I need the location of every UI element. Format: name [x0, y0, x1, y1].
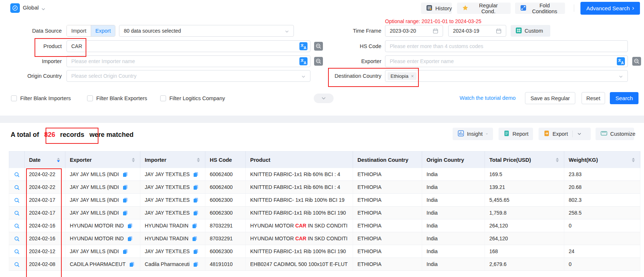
- exclude-search-icon[interactable]: [632, 57, 641, 66]
- weight-cell: 0: [564, 258, 640, 271]
- origin-country-select[interactable]: Please select Origin Country: [66, 70, 310, 82]
- copy-icon[interactable]: [123, 185, 128, 190]
- customize-button[interactable]: Customize: [596, 128, 634, 140]
- translate-icon[interactable]: A: [299, 57, 307, 65]
- column-header-row-actions: [9, 152, 25, 168]
- copy-icon[interactable]: [193, 210, 198, 216]
- exporter-cell: HYUNDAI MOTOR IND: [65, 219, 140, 232]
- exporter-input[interactable]: [385, 55, 628, 67]
- sort-icons[interactable]: [197, 158, 200, 162]
- insight-icon: [458, 130, 464, 138]
- column-header-importer[interactable]: Importer: [140, 152, 205, 168]
- sort-icons[interactable]: [132, 158, 135, 162]
- translate-icon[interactable]: A: [617, 57, 625, 65]
- custom-range-button[interactable]: Custom: [511, 25, 550, 37]
- exporter-name: CADILA PHARMACEUT: [70, 261, 126, 267]
- filter-blank-exporters-checkbox[interactable]: Filter Blank Exporters: [87, 92, 147, 104]
- column-header-exporter[interactable]: Exporter: [65, 152, 140, 168]
- row-search-icon[interactable]: [14, 223, 20, 229]
- sort-icons[interactable]: [57, 158, 60, 162]
- remove-tag-icon[interactable]: ×: [411, 73, 414, 79]
- tab-import[interactable]: Import: [67, 25, 91, 36]
- translate-icon[interactable]: A: [299, 42, 307, 50]
- regular-cond-button[interactable]: Regular Cond.: [457, 3, 511, 14]
- copy-icon[interactable]: [127, 223, 133, 229]
- copy-icon[interactable]: [193, 172, 198, 177]
- chevron-down-icon[interactable]: [41, 6, 46, 13]
- date-end-input[interactable]: 2024-03-19: [448, 25, 506, 37]
- page: Global History Regular Cond. Fold Condit…: [0, 0, 644, 277]
- tab-export[interactable]: Export: [91, 25, 115, 36]
- data-sources-select[interactable]: 80 data sources selected: [119, 25, 294, 37]
- chevron-down-icon: [321, 96, 326, 101]
- row-search-icon[interactable]: [14, 262, 20, 267]
- copy-icon[interactable]: [127, 236, 133, 241]
- filter-logitics-company-checkbox[interactable]: Filter Logitics Company: [160, 92, 225, 104]
- sort-icons[interactable]: [632, 158, 635, 162]
- importer-cell: HYUNDAI TRADIN: [140, 232, 205, 245]
- filter-blank-importers-label: Filter Blank Importers: [20, 95, 71, 101]
- search-button[interactable]: Search: [610, 92, 638, 104]
- filter-blank-importers-checkbox[interactable]: Filter Blank Importers: [11, 92, 71, 104]
- product-cell: EHB0247 CADIMOL 500 100x10T E-FLUT: [246, 258, 353, 271]
- copy-icon[interactable]: [123, 249, 128, 254]
- copy-icon[interactable]: [193, 185, 198, 190]
- product-cell: HYUNDAI MOTOR CAR IN SKD CONDITI: [246, 232, 353, 245]
- copy-icon[interactable]: [192, 236, 197, 241]
- sort-icons[interactable]: [556, 158, 559, 162]
- copy-icon[interactable]: [123, 197, 128, 203]
- date-start-input[interactable]: 2023-03-20: [385, 25, 443, 37]
- exclude-search-icon[interactable]: [314, 42, 323, 51]
- svg-text:A: A: [621, 61, 624, 65]
- column-header-hs-code: HS Code: [205, 152, 246, 168]
- copy-icon[interactable]: [193, 262, 198, 267]
- copy-icon[interactable]: [123, 172, 128, 177]
- destination-country-cell: ETHIOPIA: [353, 258, 422, 271]
- export-button[interactable]: Export: [539, 128, 591, 140]
- tutorial-link[interactable]: Watch the tutorial demo: [460, 92, 516, 104]
- fold-conditions-button[interactable]: Fold Conditions: [515, 3, 565, 14]
- row-search-icon[interactable]: [14, 210, 20, 216]
- column-header-date[interactable]: Date: [25, 152, 65, 168]
- total-price-cell: 264,120: [485, 219, 564, 232]
- export-label: Export: [553, 131, 568, 137]
- history-button[interactable]: History: [421, 3, 452, 14]
- region-selector[interactable]: Global: [23, 4, 39, 11]
- importer-input[interactable]: [66, 55, 310, 67]
- summary-suffix: were matched: [89, 131, 133, 139]
- copy-icon[interactable]: [193, 249, 198, 254]
- collapse-conditions-button[interactable]: [314, 94, 334, 103]
- product-input[interactable]: [66, 40, 310, 52]
- column-header-total-price-usd[interactable]: Total Price(USD): [485, 152, 564, 168]
- row-search-icon[interactable]: [14, 172, 20, 178]
- total-price-cell: 264,120: [485, 232, 564, 245]
- exclude-search-icon[interactable]: [314, 57, 323, 66]
- row-search-icon[interactable]: [14, 197, 20, 203]
- copy-icon[interactable]: [193, 197, 198, 203]
- reset-button[interactable]: Reset: [582, 92, 605, 104]
- row-search-icon[interactable]: [14, 236, 20, 242]
- hs-code-input[interactable]: [385, 40, 628, 52]
- star-icon: [462, 5, 468, 12]
- copy-icon[interactable]: [123, 210, 128, 216]
- table-header-row: DateExporterImporterHS CodeProductDestin…: [9, 152, 640, 168]
- destination-country-select[interactable]: Ethiopia×: [385, 70, 628, 82]
- row-search-icon[interactable]: [14, 185, 20, 190]
- report-button[interactable]: Report: [499, 128, 533, 140]
- row-search-icon[interactable]: [14, 249, 20, 255]
- globe-icon[interactable]: [10, 3, 20, 13]
- copy-icon[interactable]: [192, 223, 197, 229]
- insight-button[interactable]: Insight: [453, 128, 493, 140]
- column-header-weight-kg[interactable]: Weight(KG): [564, 152, 640, 168]
- origin-country-label: Origin Country: [0, 70, 62, 82]
- chevron-down-icon[interactable]: [577, 132, 582, 136]
- weight-cell: 20.68: [564, 181, 640, 194]
- svg-text:A: A: [304, 46, 306, 50]
- save-as-regular-button[interactable]: Save as Regular: [525, 92, 575, 104]
- product-text: HYUNDAI MOTOR: [250, 223, 295, 229]
- copy-icon[interactable]: [129, 262, 134, 267]
- advanced-search-button[interactable]: Advanced Search ›: [580, 2, 640, 15]
- report-label: Report: [512, 131, 529, 137]
- column-label: Exporter: [70, 157, 92, 163]
- importer-name: HYUNDAI TRADIN: [145, 223, 188, 229]
